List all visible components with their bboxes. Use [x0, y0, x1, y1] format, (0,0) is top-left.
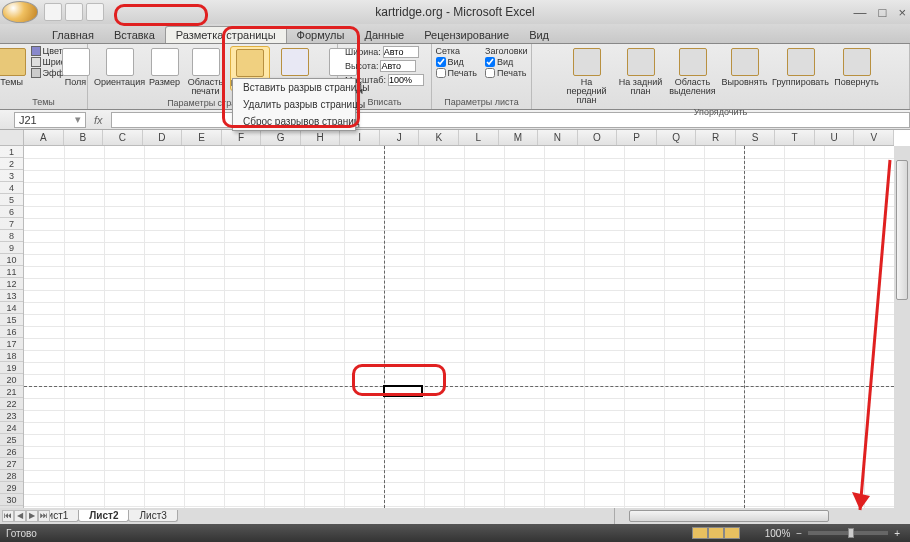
- view-layout-button[interactable]: [708, 527, 724, 539]
- maximize-button[interactable]: □: [879, 5, 887, 20]
- sheet-nav-prev[interactable]: ◀: [14, 510, 26, 522]
- col-header-F[interactable]: F: [222, 130, 262, 145]
- row-header-18[interactable]: 18: [0, 350, 23, 362]
- row-header-30[interactable]: 30: [0, 494, 23, 506]
- vscroll-thumb[interactable]: [896, 160, 908, 300]
- close-button[interactable]: ×: [898, 5, 906, 20]
- row-headers[interactable]: 1234567891011121314151617181920212223242…: [0, 146, 24, 508]
- col-header-D[interactable]: D: [143, 130, 183, 145]
- row-header-9[interactable]: 9: [0, 242, 23, 254]
- row-header-13[interactable]: 13: [0, 290, 23, 302]
- col-header-T[interactable]: T: [775, 130, 815, 145]
- row-header-12[interactable]: 12: [0, 278, 23, 290]
- row-header-15[interactable]: 15: [0, 314, 23, 326]
- height-input[interactable]: [380, 60, 416, 72]
- minimize-button[interactable]: —: [854, 5, 867, 20]
- sheet-nav-last[interactable]: ⏭: [38, 510, 50, 522]
- col-header-N[interactable]: N: [538, 130, 578, 145]
- row-header-19[interactable]: 19: [0, 362, 23, 374]
- print-area-button[interactable]: Область печати: [186, 46, 226, 98]
- col-header-B[interactable]: B: [64, 130, 104, 145]
- vertical-scrollbar[interactable]: [894, 146, 910, 508]
- margins-button[interactable]: Поля: [60, 46, 92, 89]
- zoom-level[interactable]: 100%: [765, 528, 791, 539]
- name-box[interactable]: J21▾: [14, 112, 86, 128]
- cell-grid[interactable]: [24, 146, 894, 508]
- row-header-27[interactable]: 27: [0, 458, 23, 470]
- selection-pane-button[interactable]: Область выделения: [669, 46, 717, 98]
- sheet-tab-3[interactable]: Лист3: [128, 510, 177, 522]
- tab-data[interactable]: Данные: [354, 27, 414, 43]
- fx-icon[interactable]: fx: [94, 114, 103, 126]
- row-header-20[interactable]: 20: [0, 374, 23, 386]
- col-header-I[interactable]: I: [340, 130, 380, 145]
- gridlines-view-check[interactable]: Вид: [436, 57, 477, 67]
- tab-review[interactable]: Рецензирование: [414, 27, 519, 43]
- col-header-L[interactable]: L: [459, 130, 499, 145]
- row-header-11[interactable]: 11: [0, 266, 23, 278]
- orientation-button[interactable]: Ориентация: [96, 46, 144, 89]
- row-header-23[interactable]: 23: [0, 410, 23, 422]
- qat-undo-icon[interactable]: [65, 3, 83, 21]
- sheet-nav-next[interactable]: ▶: [26, 510, 38, 522]
- col-header-K[interactable]: K: [419, 130, 459, 145]
- scale-input[interactable]: [388, 74, 424, 86]
- office-button[interactable]: [2, 1, 38, 23]
- row-header-21[interactable]: 21: [0, 386, 23, 398]
- col-header-H[interactable]: H: [301, 130, 341, 145]
- row-header-17[interactable]: 17: [0, 338, 23, 350]
- col-header-R[interactable]: R: [696, 130, 736, 145]
- select-all-corner[interactable]: [0, 130, 24, 146]
- row-header-14[interactable]: 14: [0, 302, 23, 314]
- zoom-in-button[interactable]: +: [894, 528, 900, 539]
- row-header-22[interactable]: 22: [0, 398, 23, 410]
- zoom-slider-thumb[interactable]: [848, 528, 854, 538]
- headings-print-check[interactable]: Печать: [485, 68, 527, 78]
- sheet-tab-2[interactable]: Лист2: [78, 510, 129, 522]
- themes-button[interactable]: Темы: [0, 46, 27, 89]
- rotate-button[interactable]: Повернуть: [833, 46, 881, 89]
- send-back-button[interactable]: На задний план: [617, 46, 665, 98]
- tab-view[interactable]: Вид: [519, 27, 559, 43]
- gridlines-print-check[interactable]: Печать: [436, 68, 477, 78]
- tab-formulas[interactable]: Формулы: [287, 27, 355, 43]
- tab-home[interactable]: Главная: [42, 27, 104, 43]
- headings-view-check[interactable]: Вид: [485, 57, 527, 67]
- col-header-O[interactable]: O: [578, 130, 618, 145]
- width-input[interactable]: [383, 46, 419, 58]
- active-cell[interactable]: [383, 385, 423, 397]
- col-header-C[interactable]: C: [103, 130, 143, 145]
- row-header-16[interactable]: 16: [0, 326, 23, 338]
- row-header-24[interactable]: 24: [0, 422, 23, 434]
- row-header-4[interactable]: 4: [0, 182, 23, 194]
- hscroll-thumb[interactable]: [629, 510, 829, 522]
- col-header-M[interactable]: M: [499, 130, 539, 145]
- row-header-25[interactable]: 25: [0, 434, 23, 446]
- group-button[interactable]: Группировать: [773, 46, 829, 89]
- insert-break-item[interactable]: Вставить разрыв страницы: [233, 79, 355, 96]
- size-button[interactable]: Размер: [148, 46, 182, 89]
- remove-break-item[interactable]: Удалить разрыв страницы: [233, 96, 355, 113]
- formula-input[interactable]: [111, 112, 910, 128]
- col-header-S[interactable]: S: [736, 130, 776, 145]
- row-header-1[interactable]: 1: [0, 146, 23, 158]
- view-normal-button[interactable]: [692, 527, 708, 539]
- row-header-8[interactable]: 8: [0, 230, 23, 242]
- horizontal-scrollbar[interactable]: [614, 508, 894, 524]
- col-header-A[interactable]: A: [24, 130, 64, 145]
- reset-breaks-item[interactable]: Сброс разрывов страниц: [233, 113, 355, 130]
- tab-page-layout[interactable]: Разметка страницы: [165, 26, 287, 43]
- col-header-E[interactable]: E: [182, 130, 222, 145]
- row-header-26[interactable]: 26: [0, 446, 23, 458]
- tab-insert[interactable]: Вставка: [104, 27, 165, 43]
- col-header-V[interactable]: V: [854, 130, 894, 145]
- row-header-28[interactable]: 28: [0, 470, 23, 482]
- qat-save-icon[interactable]: [44, 3, 62, 21]
- row-header-29[interactable]: 29: [0, 482, 23, 494]
- column-headers[interactable]: ABCDEFGHIJKLMNOPQRSTUV: [24, 130, 894, 146]
- col-header-G[interactable]: G: [261, 130, 301, 145]
- col-header-J[interactable]: J: [380, 130, 420, 145]
- align-button[interactable]: Выровнять: [721, 46, 769, 89]
- bring-front-button[interactable]: На передний план: [561, 46, 613, 107]
- zoom-slider[interactable]: [808, 531, 888, 535]
